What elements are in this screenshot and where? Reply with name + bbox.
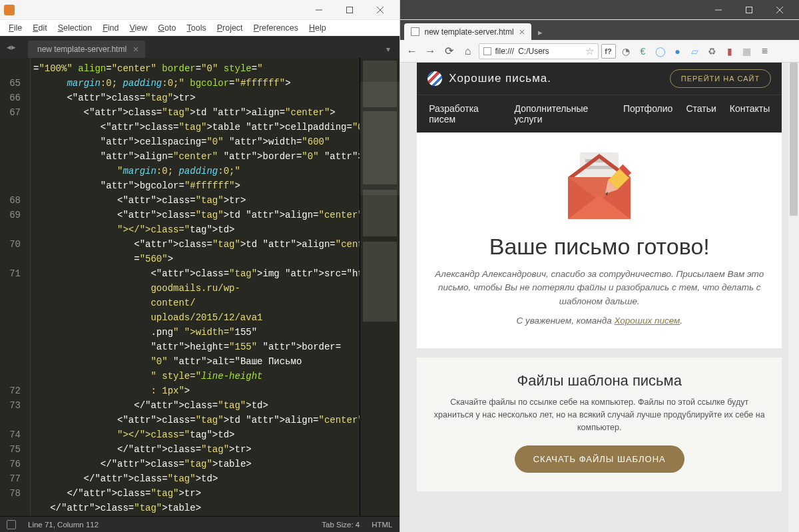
menu-item[interactable]: Find (98, 21, 123, 35)
brand-link[interactable]: Хороших писем (615, 316, 680, 326)
bookmark-icon[interactable]: ☆ (585, 45, 594, 57)
file-icon (483, 47, 491, 55)
gutter: 656667 6869 70 71 7273 7475767778 (0, 58, 31, 516)
code-content[interactable]: ="100%" align="center" border="0" style=… (31, 58, 360, 516)
browser-tab-bar: new template-server.html × ▸ (400, 20, 800, 40)
nav-item[interactable]: Контакты (730, 103, 770, 125)
maximize-button[interactable] (734, 1, 764, 19)
nav-item[interactable]: Разработка писем (429, 103, 501, 125)
menu-button[interactable]: ≡ (757, 43, 773, 59)
menu-item[interactable]: Goto (153, 21, 180, 35)
scrollbar-thumb[interactable] (790, 63, 798, 216)
nav-item[interactable]: Портфолио (623, 103, 673, 125)
app-icon (4, 5, 15, 15)
hero-paragraph: Александр Александрович, спасибо за сотр… (430, 268, 768, 308)
doc-icon (411, 27, 419, 36)
forward-button[interactable]: → (423, 43, 439, 59)
address-bar[interactable]: file:///C:/Users ☆ (479, 43, 599, 59)
svg-rect-10 (585, 166, 613, 169)
cursor-position: Line 71, Column 112 (28, 521, 99, 529)
ext-icon[interactable]: ♻ (705, 44, 720, 59)
browser-content[interactable]: Хорошие письма. ПЕРЕЙТИ НА САЙТ Разработ… (400, 63, 800, 532)
status-bar: Line 71, Column 112 Tab Size: 4 HTML (0, 516, 400, 532)
menu-item[interactable]: Help (304, 21, 331, 35)
menu-item[interactable]: Tools (182, 21, 210, 35)
hero-title: Ваше письмо готово! (430, 234, 768, 260)
close-button[interactable] (365, 1, 396, 19)
files-title: Файлы шаблона письма (430, 372, 768, 390)
editor-tab-bar: ◂▸ new template-server.html × ▾ (0, 36, 400, 58)
browser-tab-label: new template-server.html (425, 27, 514, 37)
maximize-button[interactable] (334, 1, 365, 19)
svg-rect-5 (746, 7, 752, 13)
reload-button[interactable]: ⟳ (441, 43, 457, 59)
hero-signoff: С уважением, команда Хороших писем. (430, 314, 768, 328)
files-section: Файлы шаблона письма Скачайте файлы по с… (417, 358, 782, 491)
code-editor[interactable]: 656667 6869 70 71 7273 7475767778 ="100%… (0, 58, 400, 516)
ext-icon[interactable]: ▱ (688, 44, 702, 59)
goto-site-button[interactable]: ПЕРЕЙТИ НА САЙТ (670, 69, 772, 88)
editor-window: FileEditSelectionFindViewGotoToolsProjec… (0, 0, 400, 532)
editor-tab-label: new template-server.html (37, 45, 127, 54)
email-template: Хорошие письма. ПЕРЕЙТИ НА САЙТ Разработ… (417, 63, 782, 491)
menu-item[interactable]: Selection (53, 21, 97, 35)
minimize-button[interactable] (703, 1, 734, 19)
logo-icon (427, 71, 442, 86)
editor-tab[interactable]: new template-server.html × (28, 41, 145, 58)
ext-icon[interactable]: € (636, 44, 651, 59)
menu-item[interactable]: View (125, 21, 152, 35)
editor-titlebar (0, 0, 400, 20)
minimap[interactable] (360, 58, 400, 516)
download-button[interactable]: СКАЧАТЬ ФАЙЛЫ ШАБЛОНА (515, 445, 684, 473)
menu-item[interactable]: Preferences (249, 21, 303, 35)
browser-toolbar: ← → ⟳ ⌂ file:///C:/Users ☆ f? ◔ € ◯ ● ▱ … (400, 40, 800, 63)
fold-icon[interactable]: ◂▸ (7, 42, 16, 52)
status-icon[interactable] (7, 520, 16, 529)
menu-item[interactable]: Project (212, 21, 248, 35)
browser-window: new template-server.html × ▸ ← → ⟳ ⌂ fil… (400, 0, 800, 532)
close-button[interactable] (764, 1, 795, 19)
scrollbar[interactable] (788, 63, 799, 532)
menu-item[interactable]: File (4, 21, 27, 35)
minimize-button[interactable] (304, 1, 334, 19)
browser-titlebar (400, 0, 800, 20)
close-tab-icon[interactable]: × (519, 27, 525, 37)
ext-icon[interactable]: ◔ (619, 44, 633, 59)
close-tab-icon[interactable]: × (133, 45, 138, 54)
ext-icon[interactable]: ▦ (740, 44, 754, 59)
logo[interactable]: Хорошие письма. (427, 71, 551, 86)
nav-item[interactable]: Статьи (686, 103, 716, 125)
url-path: C:/Users (518, 47, 549, 56)
ext-icon[interactable]: ◯ (653, 44, 668, 59)
editor-menu-bar[interactable]: FileEditSelectionFindViewGotoToolsProjec… (0, 20, 400, 36)
syntax-mode[interactable]: HTML (372, 521, 392, 529)
files-paragraph: Скачайте файлы по ссылке себе на компьют… (430, 396, 768, 433)
url-scheme: file:/// (495, 47, 515, 56)
hero-section: Ваше письмо готово! Александр Александро… (417, 133, 782, 348)
email-header: Хорошие письма. ПЕРЕЙТИ НА САЙТ (417, 63, 782, 95)
ext-icon[interactable]: ▮ (722, 44, 737, 59)
nav-item[interactable]: Дополнительные услуги (515, 103, 610, 125)
ext-icon[interactable]: ● (670, 44, 685, 59)
ext-icon[interactable]: f? (601, 44, 616, 59)
email-nav: Разработка писемДополнительные услугиПор… (417, 95, 782, 133)
back-button[interactable]: ← (404, 43, 420, 59)
envelope-icon (556, 140, 643, 227)
browser-tab[interactable]: new template-server.html × (404, 23, 532, 40)
tab-dropdown-icon[interactable]: ▾ (381, 41, 396, 58)
new-tab-button[interactable]: ▸ (531, 25, 549, 40)
brand-name: Хорошие письма. (449, 72, 551, 85)
tab-size[interactable]: Tab Size: 4 (322, 521, 360, 529)
svg-rect-1 (346, 7, 352, 13)
menu-item[interactable]: Edit (28, 21, 52, 35)
home-button[interactable]: ⌂ (460, 43, 476, 59)
